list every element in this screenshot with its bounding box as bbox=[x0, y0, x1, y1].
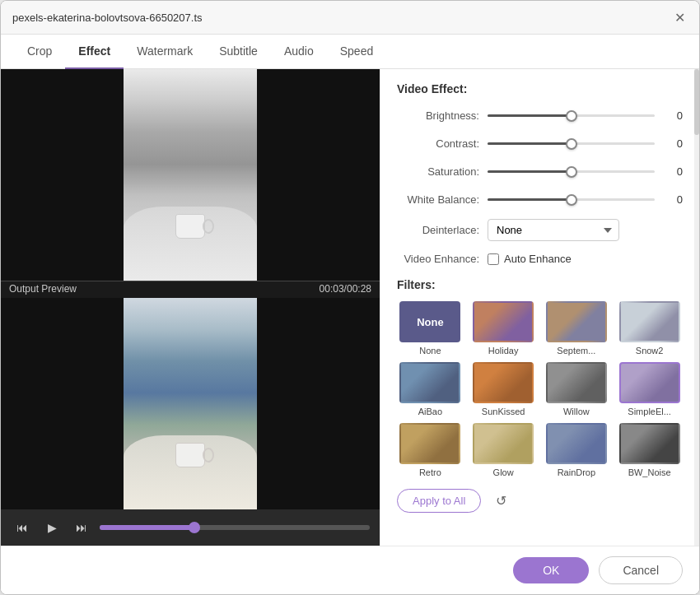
filters-grid: None None Holiday bbox=[397, 301, 683, 477]
filter-thumb-willow bbox=[546, 362, 607, 403]
filter-thumb-simpleel bbox=[619, 362, 680, 403]
video-area: Output Preview 00:03/00:28 bbox=[1, 69, 380, 509]
filter-label-simpleel: SimpleEl... bbox=[628, 407, 671, 416]
brightness-label: Brightness: bbox=[397, 109, 488, 122]
contrast-value: 0 bbox=[663, 137, 683, 150]
filter-holiday[interactable]: Holiday bbox=[470, 301, 537, 356]
white-balance-slider[interactable] bbox=[488, 191, 655, 207]
main-window: pexels-ekaterina-bolovtsova-6650207.ts ✕… bbox=[0, 0, 700, 595]
filter-september[interactable]: Septem... bbox=[544, 301, 610, 356]
tab-speed[interactable]: Speed bbox=[327, 35, 386, 69]
deinterlace-label: Deinterlace: bbox=[397, 224, 488, 236]
filter-thumb-aibao bbox=[399, 362, 460, 403]
brightness-row: Brightness: 0 bbox=[397, 107, 683, 123]
white-balance-value: 0 bbox=[663, 193, 683, 206]
filter-bwnoise[interactable]: BW_Noise bbox=[616, 423, 683, 477]
filter-label-raindrop: RainDrop bbox=[558, 467, 595, 477]
scrollbar-thumb[interactable] bbox=[694, 69, 699, 135]
enhance-label: Video Enhance: bbox=[397, 253, 488, 265]
filter-label-none: None bbox=[419, 346, 441, 356]
filter-thumb-none: None bbox=[399, 301, 460, 342]
filter-retro[interactable]: Retro bbox=[397, 423, 464, 477]
filter-aibao[interactable]: AiBao bbox=[397, 362, 464, 416]
tab-crop[interactable]: Crop bbox=[14, 35, 65, 69]
apply-all-button[interactable]: Apply to All bbox=[397, 489, 481, 513]
play-button[interactable]: ▶ bbox=[40, 516, 63, 539]
tab-bar: Crop Effect Watermark Subtitle Audio Spe… bbox=[1, 35, 699, 69]
auto-enhance-label: Auto Enhance bbox=[504, 253, 572, 265]
title-bar: pexels-ekaterina-bolovtsova-6650207.ts ✕ bbox=[1, 1, 699, 35]
filter-label-snow2: Snow2 bbox=[636, 346, 664, 356]
prev-button[interactable]: ⏮ bbox=[11, 516, 34, 539]
settings-panel: Video Effect: Brightness: 0 Contrast: bbox=[380, 69, 699, 546]
brightness-value: 0 bbox=[663, 109, 683, 122]
deinterlace-row: Deinterlace: None Blend Bob Discard Line… bbox=[397, 219, 683, 241]
filter-label-aibao: AiBao bbox=[418, 407, 442, 416]
filter-raindrop[interactable]: RainDrop bbox=[544, 423, 610, 477]
output-preview-label: Output Preview bbox=[9, 283, 77, 293]
filter-label-retro: Retro bbox=[419, 467, 441, 477]
white-balance-label: White Balance: bbox=[397, 193, 488, 206]
filter-thumb-retro bbox=[399, 423, 460, 464]
filter-thumb-sunkissed bbox=[473, 362, 534, 403]
filter-label-willow: Willow bbox=[563, 407, 590, 416]
cancel-button[interactable]: Cancel bbox=[599, 556, 683, 584]
brightness-slider[interactable] bbox=[488, 107, 655, 123]
deinterlace-select[interactable]: None Blend Bob Discard Linear Mean Yadif bbox=[488, 219, 619, 241]
effect-video bbox=[1, 298, 380, 509]
next-button[interactable]: ⏭ bbox=[70, 516, 93, 539]
filters-section: Filters: None None Holiday bbox=[397, 278, 683, 513]
saturation-slider[interactable] bbox=[488, 163, 655, 179]
filter-thumb-snow2 bbox=[619, 301, 680, 342]
bottom-bar: OK Cancel bbox=[1, 546, 699, 594]
filter-label-glow: Glow bbox=[493, 467, 514, 477]
filter-thumb-september bbox=[546, 301, 607, 342]
filter-none[interactable]: None None bbox=[397, 301, 464, 356]
tab-subtitle[interactable]: Subtitle bbox=[206, 35, 271, 69]
video-timestamp: 00:03/00:28 bbox=[320, 283, 371, 293]
auto-enhance-input[interactable] bbox=[488, 253, 499, 265]
filter-actions: Apply to All ↺ bbox=[397, 489, 683, 513]
filter-label-september: Septem... bbox=[557, 346, 595, 356]
filter-thumb-raindrop bbox=[546, 423, 607, 464]
refresh-button[interactable]: ↺ bbox=[489, 490, 512, 513]
close-button[interactable]: ✕ bbox=[671, 9, 688, 26]
filter-label-holiday: Holiday bbox=[488, 346, 519, 356]
filters-title: Filters: bbox=[397, 278, 683, 291]
contrast-row: Contrast: 0 bbox=[397, 135, 683, 151]
progress-bar[interactable] bbox=[100, 525, 370, 530]
filter-thumb-holiday bbox=[473, 301, 534, 342]
playback-controls: ⏮ ▶ ⏭ bbox=[1, 509, 380, 546]
filter-thumb-glow bbox=[473, 423, 534, 464]
filter-label-bwnoise: BW_Noise bbox=[628, 467, 671, 477]
window-title: pexels-ekaterina-bolovtsova-6650207.ts bbox=[12, 12, 203, 24]
scrollbar-track[interactable] bbox=[694, 69, 699, 546]
saturation-label: Saturation: bbox=[397, 165, 488, 178]
original-video bbox=[1, 69, 380, 281]
tab-effect[interactable]: Effect bbox=[65, 35, 124, 69]
filter-simpleel[interactable]: SimpleEl... bbox=[616, 362, 683, 416]
ok-button[interactable]: OK bbox=[513, 557, 589, 583]
filter-glow[interactable]: Glow bbox=[470, 423, 537, 477]
video-panel: Output Preview 00:03/00:28 bbox=[1, 69, 380, 546]
filter-label-sunkissed: SunKissed bbox=[482, 407, 525, 416]
contrast-slider[interactable] bbox=[488, 135, 655, 151]
saturation-row: Saturation: 0 bbox=[397, 163, 683, 179]
contrast-label: Contrast: bbox=[397, 137, 488, 150]
filter-sunkissed[interactable]: SunKissed bbox=[470, 362, 537, 416]
video-effect-title: Video Effect: bbox=[397, 82, 683, 95]
tab-watermark[interactable]: Watermark bbox=[124, 35, 206, 69]
filter-thumb-bwnoise bbox=[619, 423, 680, 464]
filter-willow[interactable]: Willow bbox=[544, 362, 610, 416]
white-balance-row: White Balance: 0 bbox=[397, 191, 683, 207]
saturation-value: 0 bbox=[663, 165, 683, 178]
main-content: Output Preview 00:03/00:28 bbox=[1, 69, 699, 546]
filter-snow2[interactable]: Snow2 bbox=[616, 301, 683, 356]
auto-enhance-checkbox[interactable]: Auto Enhance bbox=[488, 253, 572, 265]
tab-audio[interactable]: Audio bbox=[271, 35, 327, 69]
enhance-row: Video Enhance: Auto Enhance bbox=[397, 253, 683, 265]
